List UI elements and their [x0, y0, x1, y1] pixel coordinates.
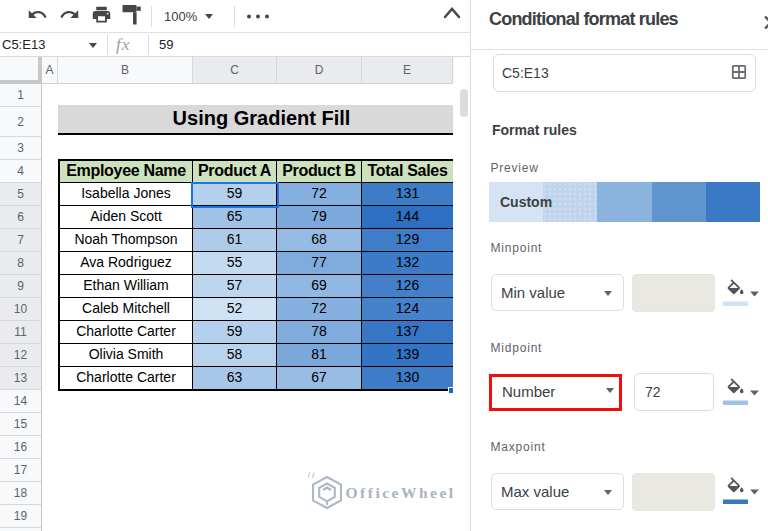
svg-text:OfficeWheel: OfficeWheel [346, 484, 456, 501]
